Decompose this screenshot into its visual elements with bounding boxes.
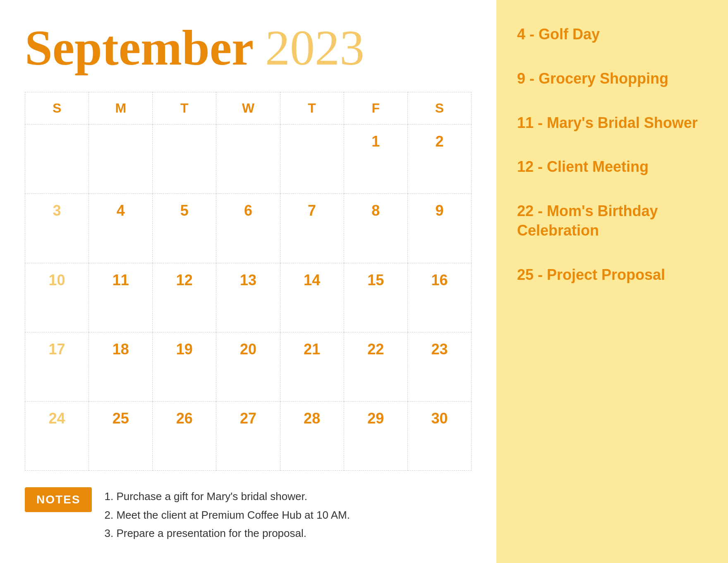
notes-section: NOTES 1. Purchase a gift for Mary's brid… (25, 487, 472, 542)
calendar-cell (25, 125, 89, 194)
calendar-cell: 2 (407, 125, 471, 194)
calendar-cell: 8 (344, 194, 407, 263)
event-text: 4 - Golf Day (517, 26, 600, 43)
calendar-cell: 14 (280, 263, 344, 332)
calendar-row: 24252627282930 (25, 402, 472, 471)
calendar-cell: 20 (216, 332, 280, 401)
calendar-cell: 25 (89, 402, 153, 471)
calendar-cell: 27 (216, 402, 280, 471)
calendar-cell: 19 (153, 332, 216, 401)
event-text: 11 - Mary's Bridal Shower (517, 114, 698, 131)
calendar-cell (153, 125, 216, 194)
calendar-row: 3456789 (25, 194, 472, 263)
calendar-cell: 21 (280, 332, 344, 401)
calendar-cell: 9 (407, 194, 471, 263)
event-text: 9 - Grocery Shopping (517, 70, 668, 87)
weekday-header: W (216, 92, 280, 125)
calendar-cell: 26 (153, 402, 216, 471)
event-item: 25 - Project Proposal (517, 265, 707, 285)
calendar-cell (280, 125, 344, 194)
calendar-cell: 29 (344, 402, 407, 471)
calendar-cell: 10 (25, 263, 89, 332)
event-item: 11 - Mary's Bridal Shower (517, 113, 707, 133)
calendar-cell: 24 (25, 402, 89, 471)
weekday-header: T (153, 92, 216, 125)
calendar-cell: 17 (25, 332, 89, 401)
event-item: 9 - Grocery Shopping (517, 69, 707, 89)
calendar-table: SMTWTFS 12345678910111213141516171819202… (25, 92, 472, 471)
note-item: 2. Meet the client at Premium Coffee Hub… (104, 506, 350, 524)
calendar-header-row: SMTWTFS (25, 92, 472, 125)
calendar-cell (216, 125, 280, 194)
main-content: September 2023 SMTWTFS 12345678910111213… (0, 0, 496, 563)
calendar-cell: 3 (25, 194, 89, 263)
calendar-cell (89, 125, 153, 194)
notes-label: NOTES (25, 487, 92, 512)
calendar-cell: 28 (280, 402, 344, 471)
weekday-header: S (25, 92, 89, 125)
note-item: 3. Prepare a presentation for the propos… (104, 524, 350, 542)
month-label: September (25, 20, 253, 75)
calendar-cell: 16 (407, 263, 471, 332)
calendar-cell: 5 (153, 194, 216, 263)
month-year-title: September 2023 (25, 21, 472, 75)
weekday-header: F (344, 92, 407, 125)
calendar-cell: 13 (216, 263, 280, 332)
event-text: 22 - Mom's Birthday Celebration (517, 202, 658, 239)
calendar-cell: 1 (344, 125, 407, 194)
calendar-cell: 11 (89, 263, 153, 332)
note-item: 1. Purchase a gift for Mary's bridal sho… (104, 487, 350, 505)
calendar-cell: 18 (89, 332, 153, 401)
event-item: 22 - Mom's Birthday Celebration (517, 202, 707, 241)
calendar-cell: 30 (407, 402, 471, 471)
calendar-cell: 23 (407, 332, 471, 401)
weekday-header: T (280, 92, 344, 125)
sidebar: 4 - Golf Day9 - Grocery Shopping11 - Mar… (496, 0, 728, 563)
calendar-cell: 15 (344, 263, 407, 332)
calendar-cell: 7 (280, 194, 344, 263)
event-text: 12 - Client Meeting (517, 158, 649, 175)
year-label: 2023 (265, 20, 364, 75)
event-item: 4 - Golf Day (517, 25, 707, 44)
calendar-body: 1234567891011121314151617181920212223242… (25, 125, 472, 471)
calendar-row: 12 (25, 125, 472, 194)
weekday-header: M (89, 92, 153, 125)
calendar-cell: 4 (89, 194, 153, 263)
calendar-row: 10111213141516 (25, 263, 472, 332)
notes-text: 1. Purchase a gift for Mary's bridal sho… (104, 487, 350, 542)
calendar-cell: 22 (344, 332, 407, 401)
calendar-cell: 12 (153, 263, 216, 332)
event-item: 12 - Client Meeting (517, 157, 707, 177)
weekday-header: S (407, 92, 471, 125)
event-text: 25 - Project Proposal (517, 266, 665, 283)
calendar-row: 17181920212223 (25, 332, 472, 401)
calendar-cell: 6 (216, 194, 280, 263)
